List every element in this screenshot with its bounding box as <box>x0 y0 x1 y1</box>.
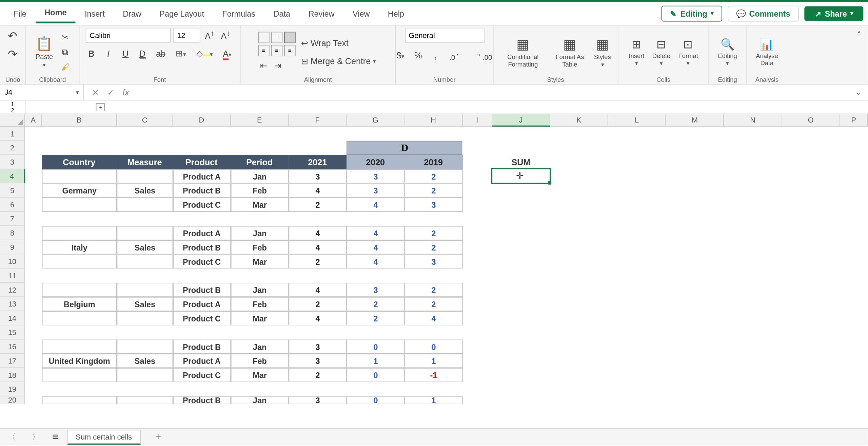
cell-E17[interactable]: Feb <box>231 354 289 368</box>
cell-G6[interactable]: 4 <box>347 198 405 212</box>
menu-data[interactable]: Data <box>264 4 299 23</box>
cell-A13[interactable] <box>25 297 42 311</box>
cell-A6[interactable] <box>25 198 42 212</box>
cell-N11[interactable] <box>724 268 782 283</box>
cell-K17[interactable] <box>550 354 608 368</box>
cell-H16[interactable]: 0 <box>405 339 462 354</box>
cell-C7[interactable] <box>117 212 173 226</box>
row-header-16[interactable]: 16 <box>0 339 25 354</box>
cell-O11[interactable] <box>782 268 840 283</box>
cell-C16[interactable] <box>117 339 173 354</box>
cell-B15[interactable] <box>42 326 117 340</box>
cell-H15[interactable] <box>405 326 462 340</box>
cell-P5[interactable] <box>840 183 868 198</box>
cell-H12[interactable]: 2 <box>405 283 462 297</box>
cell-E19[interactable] <box>231 382 289 396</box>
strikethrough-button[interactable]: ab <box>154 48 168 59</box>
increase-font-button[interactable]: A↑ <box>202 29 216 42</box>
format-painter-button[interactable]: 🖌 <box>59 61 72 73</box>
cell-F11[interactable] <box>289 268 347 283</box>
cancel-formula-button[interactable]: ✕ <box>92 87 99 97</box>
cell-D19[interactable] <box>173 382 231 396</box>
cell-B12[interactable] <box>42 283 117 297</box>
cell-P2[interactable] <box>840 141 868 155</box>
col-header-B[interactable]: B <box>42 114 117 127</box>
cell-N9[interactable] <box>724 240 782 255</box>
cell-K16[interactable] <box>550 339 608 354</box>
cell-P9[interactable] <box>840 240 868 255</box>
decrease-decimal-button[interactable]: →.00 <box>472 48 495 62</box>
cut-button[interactable]: ✂ <box>59 31 72 44</box>
cell-G7[interactable] <box>347 212 405 226</box>
cell-L8[interactable] <box>608 226 666 240</box>
format-as-table-button[interactable]: ▦Format As Table <box>551 35 588 68</box>
cell-L11[interactable] <box>608 268 666 283</box>
font-size-select[interactable] <box>173 28 200 42</box>
row-header-12[interactable]: 12 <box>0 283 25 297</box>
cell-H6[interactable]: 3 <box>405 198 462 212</box>
cell-O14[interactable] <box>782 311 840 326</box>
cell-N8[interactable] <box>724 226 782 240</box>
bold-button[interactable]: B <box>86 48 97 59</box>
cell-M11[interactable] <box>666 268 724 283</box>
cell-B14[interactable] <box>42 311 117 326</box>
cell-F12[interactable]: 4 <box>289 283 347 297</box>
cell-N14[interactable] <box>724 311 782 326</box>
cell-I17[interactable] <box>462 354 492 368</box>
cell-M20[interactable] <box>666 396 724 404</box>
cell-C20[interactable] <box>117 396 173 404</box>
name-box[interactable]: J4▾ <box>0 85 84 100</box>
double-underline-button[interactable]: D <box>137 48 148 59</box>
cell-H3[interactable]: 2019 <box>405 155 462 169</box>
cell-G12[interactable]: 3 <box>347 283 405 297</box>
cell-D4[interactable]: Product A <box>173 169 231 184</box>
editing-dropdown[interactable]: 🔍Editing▾ <box>716 36 739 68</box>
cell-C1[interactable] <box>117 127 173 141</box>
cell-E4[interactable]: Jan <box>231 169 289 184</box>
cell-A12[interactable] <box>25 283 42 297</box>
font-color-button[interactable]: A▾ <box>221 48 234 59</box>
row-header-15[interactable]: 15 <box>0 326 25 340</box>
cell-J14[interactable] <box>492 311 550 326</box>
cell-E20[interactable]: Jan <box>231 396 289 404</box>
cell-D10[interactable]: Product C <box>173 255 231 269</box>
cell-N18[interactable] <box>724 368 782 382</box>
cell-B2[interactable] <box>42 141 117 155</box>
cell-H13[interactable]: 2 <box>405 297 462 311</box>
cell-P13[interactable] <box>840 297 868 311</box>
cell-D12[interactable]: Product B <box>173 283 231 297</box>
cell-I4[interactable] <box>462 169 492 184</box>
cell-D17[interactable]: Product A <box>173 354 231 368</box>
cell-G15[interactable] <box>347 326 405 340</box>
cell-J12[interactable] <box>492 283 550 297</box>
col-header-L[interactable]: L <box>608 114 666 127</box>
cell-A15[interactable] <box>25 326 42 340</box>
cell-M15[interactable] <box>666 326 724 340</box>
cell-H10[interactable]: 3 <box>405 255 462 269</box>
cell-H20[interactable]: 1 <box>405 396 462 404</box>
sheet-tab[interactable]: Sum certain cells <box>67 430 140 444</box>
cell-J11[interactable] <box>492 268 550 283</box>
formula-input[interactable] <box>137 86 848 98</box>
cell-N16[interactable] <box>724 339 782 354</box>
cell-G2[interactable]: D <box>347 141 463 155</box>
cell-K18[interactable] <box>550 368 608 382</box>
cell-O3[interactable] <box>782 155 840 169</box>
cell-H4[interactable]: 2 <box>405 169 462 184</box>
cell-L1[interactable] <box>608 127 666 141</box>
cell-F8[interactable]: 4 <box>289 226 347 240</box>
cell-B11[interactable] <box>42 268 117 283</box>
cell-M7[interactable] <box>666 212 724 226</box>
cell-D5[interactable]: Product B <box>173 183 231 198</box>
cell-C10[interactable] <box>117 255 173 269</box>
row-header-11[interactable]: 11 <box>0 268 25 283</box>
mode-editing-button[interactable]: ✎ Editing ▾ <box>662 5 722 21</box>
cell-J13[interactable] <box>492 297 550 311</box>
cell-A2[interactable] <box>25 141 42 155</box>
cell-C8[interactable] <box>117 226 173 240</box>
cell-O18[interactable] <box>782 368 840 382</box>
cell-C11[interactable] <box>117 268 173 283</box>
cell-G3[interactable]: 2020 <box>347 155 405 169</box>
col-header-A[interactable]: A <box>25 114 42 127</box>
cell-A14[interactable] <box>25 311 42 326</box>
